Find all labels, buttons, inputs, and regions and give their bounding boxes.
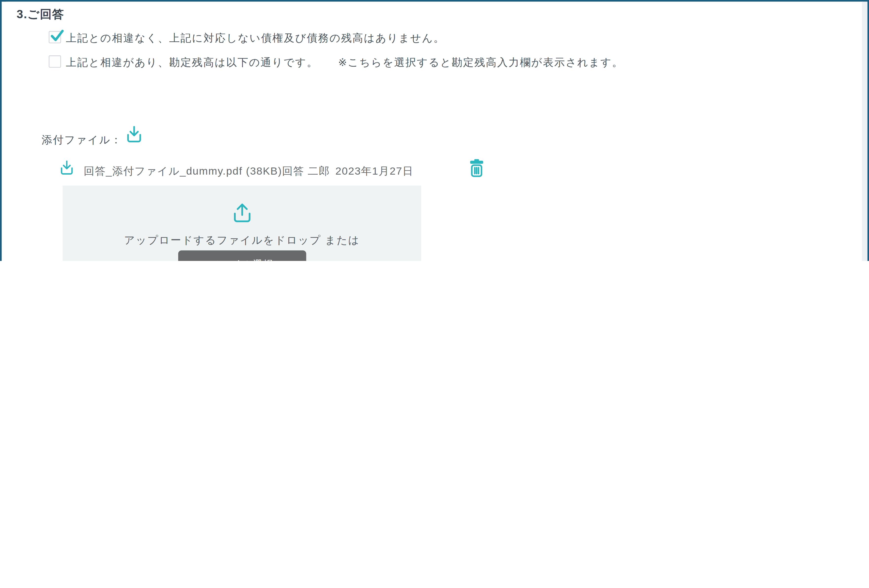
file-uploader: 回答 二郎: [282, 165, 330, 176]
attached-file-row: 回答_添付ファイル_dummy.pdf (38KB)回答 二郎2023年1月27…: [84, 164, 414, 179]
checkmark-icon: [50, 28, 64, 43]
file-select-button[interactable]: ファイル選択: [178, 250, 306, 261]
form-window: 3.ご回答 上記との相違なく、上記に対応しない債権及び債務の残高はありません。 …: [0, 0, 869, 261]
checkbox-has-discrepancy[interactable]: [49, 55, 61, 68]
option-row-no-discrepancy: 上記との相違なく、上記に対応しない債権及び債務の残高はありません。: [49, 31, 445, 46]
page: 3.ご回答 上記との相違なく、上記に対応しない債権及び債務の残高はありません。 …: [0, 0, 869, 261]
section-title: 3.ご回答: [17, 7, 64, 22]
file-name[interactable]: 回答_添付ファイル_dummy.pdf (38KB): [84, 165, 282, 176]
trash-icon[interactable]: [469, 158, 485, 178]
attachments-label: 添付ファイル：: [42, 133, 122, 148]
option-has-discrepancy-label[interactable]: 上記と相違があり、勘定残高は以下の通りです。: [66, 55, 318, 70]
upload-dropzone[interactable]: アップロードするファイルをドロップ または ファイル選択: [63, 186, 421, 261]
download-all-icon[interactable]: [125, 126, 143, 145]
dropzone-prompt: アップロードするファイルをドロップ または: [63, 233, 421, 247]
option-has-discrepancy-note: ※こちらを選択すると勘定残高入力欄が表示されます。: [338, 55, 623, 70]
upload-icon: [231, 202, 253, 223]
download-file-icon[interactable]: [59, 157, 74, 179]
option-no-discrepancy-label[interactable]: 上記との相違なく、上記に対応しない債権及び債務の残高はありません。: [66, 31, 445, 46]
option-row-has-discrepancy: 上記と相違があり、勘定残高は以下の通りです。 ※こちらを選択すると勘定残高入力欄…: [49, 55, 623, 70]
file-date: 2023年1月27日: [335, 165, 414, 176]
checkbox-no-discrepancy[interactable]: [49, 31, 61, 43]
